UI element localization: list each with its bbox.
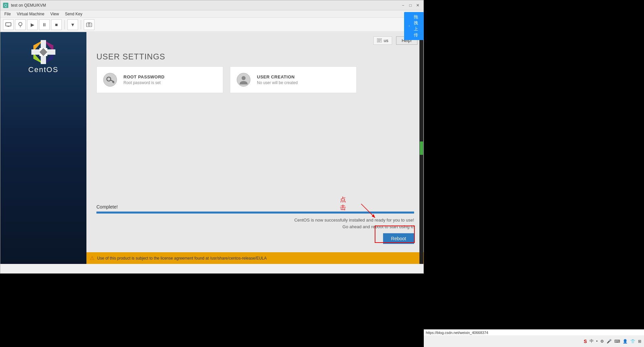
title-bar-buttons: − □ ✕ bbox=[400, 2, 421, 8]
user-icon bbox=[236, 72, 252, 88]
toolbar-bulb-btn[interactable] bbox=[15, 19, 26, 30]
centos-logo bbox=[30, 39, 57, 65]
sidebar: CentOS bbox=[0, 32, 86, 264]
url-text: https://blog.csdn.net/weixin_40668374 bbox=[426, 331, 488, 335]
completion-line1: CentOS is now successfully installed and… bbox=[96, 217, 414, 224]
settings-cards-area: ROOT PASSWORD Root password is set bbox=[86, 66, 424, 93]
user-creation-subtitle: No user will be created bbox=[257, 80, 298, 85]
svg-rect-2 bbox=[6, 23, 11, 26]
toolbar-separator-2 bbox=[81, 20, 81, 29]
svg-point-27 bbox=[242, 76, 246, 80]
input-method-icon[interactable]: S bbox=[584, 339, 587, 344]
dot-icon: • bbox=[596, 339, 598, 344]
vm-content-area: CentOS us Help! USER SETTINGS bbox=[0, 32, 424, 264]
completion-message: CentOS is now successfully installed and… bbox=[96, 217, 414, 244]
toolbar-pause-btn[interactable]: ⏸ bbox=[39, 19, 50, 30]
window-frame: Q test on QEMU/KVM − □ ✕ File Virtual Ma… bbox=[0, 0, 424, 274]
keyboard-layout-btn[interactable]: us bbox=[373, 36, 392, 45]
user-creation-card[interactable]: USER CREATION No user will be created bbox=[230, 66, 357, 93]
installer-topbar: us Help! bbox=[86, 32, 424, 49]
warning-icon: ⚠ bbox=[90, 255, 94, 261]
window-title: test on QEMU/KVM bbox=[11, 3, 46, 8]
toolbar-separator bbox=[64, 20, 65, 29]
page-title: USER SETTINGS bbox=[96, 52, 414, 61]
title-bar: Q test on QEMU/KVM − □ ✕ bbox=[0, 0, 423, 10]
completion-line2: Go ahead and reboot to start using it! bbox=[96, 224, 414, 230]
url-bar: https://blog.csdn.net/weixin_40668374 bbox=[424, 329, 644, 335]
upload-button[interactable]: 拖拽上传 bbox=[404, 12, 424, 40]
close-button[interactable]: ✕ bbox=[415, 2, 421, 8]
svg-point-7 bbox=[88, 24, 90, 26]
installer-main: us Help! USER SETTINGS bbox=[86, 32, 424, 264]
svg-text:Q: Q bbox=[4, 4, 7, 7]
user-creation-title: USER CREATION bbox=[257, 74, 298, 79]
menu-view[interactable]: View bbox=[48, 11, 62, 17]
toolbar-monitor-btn[interactable] bbox=[3, 19, 14, 30]
key-icon bbox=[102, 72, 118, 88]
toolbar-dropdown-btn[interactable]: ▼ bbox=[67, 19, 78, 30]
minimize-button[interactable]: − bbox=[400, 2, 406, 8]
reboot-button[interactable]: Reboot bbox=[383, 233, 414, 244]
toolbar-play-btn[interactable]: ▶ bbox=[27, 19, 38, 30]
mic-icon[interactable]: 🎤 bbox=[607, 339, 612, 344]
svg-point-21 bbox=[103, 73, 117, 86]
page-title-bar: USER SETTINGS bbox=[86, 49, 424, 66]
chinese-label: 中 bbox=[590, 338, 594, 344]
toolbar: ▶ ⏸ ■ ▼ bbox=[0, 18, 423, 32]
keyboard-layout-label: us bbox=[384, 38, 388, 43]
title-bar-left: Q test on QEMU/KVM bbox=[3, 3, 46, 8]
root-password-title: ROOT PASSWORD bbox=[123, 74, 165, 79]
settings-icon[interactable]: ⚙ bbox=[600, 339, 604, 344]
progress-bar bbox=[96, 212, 414, 214]
bottom-taskbar: S 中 • ⚙ 🎤 ⌨ 👤 👕 ⊞ bbox=[424, 335, 644, 347]
progress-bar-fill bbox=[96, 212, 414, 214]
upload-label: 拖拽上传 bbox=[412, 14, 420, 38]
menu-send-key[interactable]: Send Key bbox=[62, 11, 85, 17]
license-text: Use of this product is subject to the li… bbox=[97, 256, 267, 261]
root-password-card[interactable]: ROOT PASSWORD Root password is set bbox=[96, 66, 223, 93]
menu-virtual-machine[interactable]: Virtual Machine bbox=[14, 11, 47, 17]
bottom-area: Complete! CentOS is now successfully ins… bbox=[86, 204, 424, 244]
menu-file[interactable]: File bbox=[2, 11, 13, 17]
person-icon[interactable]: 👤 bbox=[623, 339, 628, 344]
toolbar-stop-btn[interactable]: ■ bbox=[51, 19, 62, 30]
complete-label: Complete! bbox=[96, 204, 414, 210]
root-password-subtitle: Root password is set bbox=[123, 80, 165, 85]
svg-point-5 bbox=[19, 22, 22, 26]
centos-logo-text: CentOS bbox=[28, 65, 58, 74]
toolbar-screenshot-btn[interactable] bbox=[84, 19, 94, 30]
root-password-card-text: ROOT PASSWORD Root password is set bbox=[123, 74, 165, 85]
scrollbar-thumb bbox=[420, 141, 423, 155]
right-black-panel: S 中 • ⚙ 🎤 ⌨ 👤 👕 ⊞ https://blog.csdn.net/… bbox=[424, 0, 644, 347]
grid-icon[interactable]: ⊞ bbox=[638, 339, 641, 344]
side-scrollbar[interactable] bbox=[419, 32, 423, 264]
shirt-icon: 👕 bbox=[630, 339, 635, 344]
maximize-button[interactable]: □ bbox=[407, 2, 413, 8]
keyboard-icon-bottom[interactable]: ⌨ bbox=[614, 339, 620, 344]
qemu-icon: Q bbox=[3, 3, 8, 8]
user-creation-card-text: USER CREATION No user will be created bbox=[257, 74, 298, 85]
menu-bar: File Virtual Machine View Send Key bbox=[0, 10, 423, 18]
